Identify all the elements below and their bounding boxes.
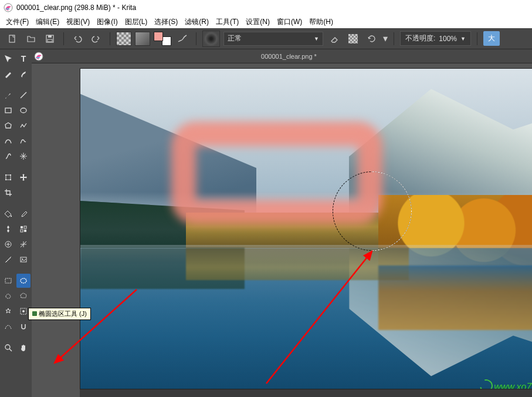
menu-window[interactable]: 窗口(W) — [273, 16, 306, 28]
fill-tool[interactable] — [1, 207, 15, 221]
reload-preset-button[interactable] — [364, 31, 379, 46]
background-color-swatch[interactable] — [162, 36, 171, 46]
separator — [196, 32, 196, 45]
measure-tool[interactable] — [1, 253, 15, 267]
new-file-button[interactable] — [5, 31, 20, 46]
multibrush-tool[interactable] — [16, 149, 31, 163]
svg-rect-21 — [21, 230, 23, 232]
polygon-tool[interactable] — [1, 119, 15, 133]
menu-filter[interactable]: 滤镜(R) — [181, 16, 212, 28]
chevron-down-icon: ▼ — [314, 36, 319, 42]
magnetic-select-tool[interactable] — [16, 319, 31, 334]
smart-fill-tool[interactable] — [1, 237, 15, 251]
move-layer-tool[interactable] — [16, 170, 31, 184]
gradient-tool[interactable] — [1, 222, 15, 236]
svg-point-26 — [21, 278, 26, 283]
svg-rect-3 — [48, 35, 52, 38]
svg-line-30 — [9, 349, 12, 351]
color-swatch-pair[interactable] — [154, 32, 171, 46]
svg-rect-18 — [21, 226, 23, 228]
top-toolbar: 正常 ▼ ▾ 不透明度: 100% ▼ 大 — [0, 28, 532, 49]
svg-rect-6 — [5, 108, 11, 113]
svg-rect-4 — [48, 39, 52, 42]
blend-mode-select[interactable]: 正常 ▼ — [223, 32, 323, 46]
menu-file[interactable]: 文件(F) — [2, 16, 32, 28]
line-tool[interactable] — [16, 88, 31, 102]
workspace-button[interactable]: 大 — [483, 31, 500, 46]
menu-edit[interactable]: 编辑(E) — [32, 16, 63, 28]
tooltip-icon — [32, 311, 37, 316]
ellipse-tool[interactable] — [16, 103, 31, 117]
separator — [477, 32, 477, 45]
redo-button[interactable] — [89, 31, 104, 46]
window-title: 000001_clear.png (298.8 MiB) * - Krita — [16, 4, 136, 12]
svg-rect-25 — [5, 278, 11, 283]
opacity-label: 不透明度: — [405, 33, 435, 43]
contiguous-select-tool[interactable] — [1, 304, 15, 318]
freehand-path-tool[interactable] — [16, 134, 31, 148]
brush-tool[interactable] — [1, 88, 15, 102]
polyline-tool[interactable] — [16, 119, 31, 133]
svg-line-5 — [21, 92, 26, 98]
menu-tool[interactable]: 工具(T) — [212, 16, 242, 28]
window-titlebar: 000001_clear.png (298.8 MiB) * - Krita — [0, 0, 532, 15]
opacity-field[interactable]: 不透明度: 100% ▼ — [400, 31, 471, 46]
brush-edit-button[interactable] — [175, 31, 190, 46]
scenery-reflection — [378, 265, 532, 330]
selection-marquee[interactable] — [333, 171, 412, 251]
color-picker-tool[interactable] — [16, 207, 31, 221]
crop-tool[interactable] — [1, 186, 15, 200]
polygon-select-tool[interactable] — [16, 289, 31, 303]
menu-view[interactable]: 视图(V) — [63, 16, 93, 28]
menu-layer[interactable]: 图层(L) — [121, 16, 151, 28]
freehand-select-tool[interactable] — [1, 289, 15, 303]
svg-point-17 — [11, 216, 12, 217]
svg-rect-19 — [24, 230, 26, 232]
canvas-viewport[interactable]: www.xo7.com — [32, 63, 532, 397]
menu-image[interactable]: 图像(I) — [93, 16, 121, 28]
chevron-down-icon[interactable]: ▾ — [383, 33, 388, 44]
dyna-tool[interactable] — [1, 149, 15, 163]
undo-button[interactable] — [70, 31, 85, 46]
separator — [63, 32, 64, 45]
menubar: 文件(F) 编辑(E) 视图(V) 图像(I) 图层(L) 选择(S) 滤镜(R… — [0, 15, 532, 28]
menu-select[interactable]: 选择(S) — [151, 16, 181, 28]
annotation-arrow — [46, 287, 140, 369]
open-file-button[interactable] — [23, 31, 39, 46]
pattern-tool[interactable] — [16, 222, 31, 236]
foreground-color-swatch[interactable] — [154, 32, 163, 41]
zoom-tool[interactable] — [1, 341, 15, 355]
transform-tool[interactable] — [1, 170, 15, 184]
svg-line-32 — [55, 290, 137, 363]
menu-settings[interactable]: 设置(N) — [242, 16, 273, 28]
edit-shapes-tool[interactable] — [1, 67, 15, 81]
svg-rect-1 — [9, 35, 15, 42]
alpha-lock-button[interactable] — [345, 31, 361, 46]
menu-help[interactable]: 帮助(H) — [306, 16, 337, 28]
horizontal-scrollbar[interactable] — [80, 389, 532, 397]
move-tool[interactable] — [1, 52, 15, 66]
pattern-swatch[interactable] — [116, 32, 131, 46]
document-tab-title[interactable]: 000001_clear.png * — [48, 53, 530, 60]
assistants-tool[interactable] — [16, 237, 31, 251]
empty-tool-slot — [16, 186, 31, 200]
brush-preview[interactable] — [202, 31, 220, 47]
gradient-swatch[interactable] — [135, 32, 150, 46]
svg-rect-16 — [10, 179, 11, 180]
eraser-toggle-button[interactable] — [327, 31, 342, 46]
rect-select-tool[interactable] — [1, 274, 15, 288]
svg-rect-13 — [5, 174, 6, 176]
calligraphy-tool[interactable] — [16, 67, 31, 81]
save-file-button[interactable] — [42, 31, 57, 46]
pan-tool[interactable] — [16, 341, 31, 355]
bezier-select-tool[interactable] — [1, 319, 15, 334]
svg-rect-14 — [10, 174, 11, 176]
document-tab-bar: 000001_clear.png * — [32, 49, 532, 63]
ellipse-select-tool[interactable] — [16, 274, 31, 288]
svg-rect-20 — [24, 226, 26, 228]
opacity-value: 100% — [439, 35, 457, 43]
text-tool[interactable]: T — [16, 52, 31, 66]
bezier-tool[interactable] — [1, 134, 15, 148]
rectangle-tool[interactable] — [1, 103, 15, 117]
reference-tool[interactable] — [16, 253, 31, 267]
